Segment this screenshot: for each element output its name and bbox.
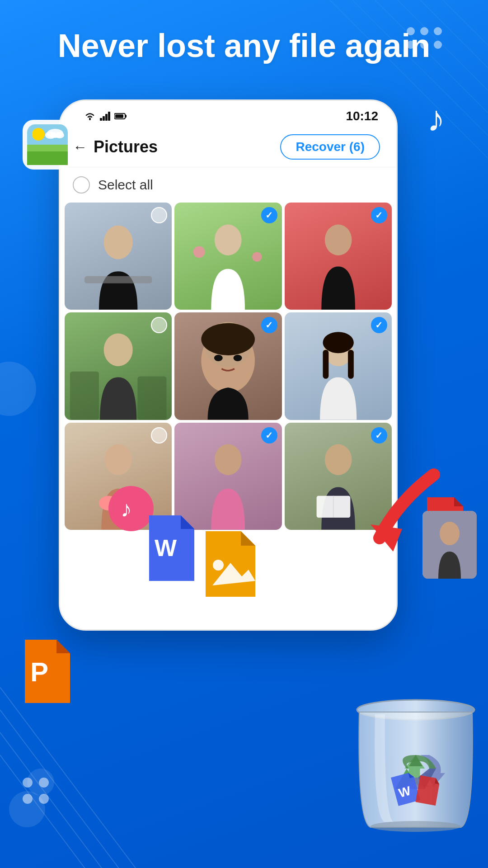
svg-point-28: [104, 225, 133, 259]
svg-rect-45: [348, 350, 354, 379]
svg-point-34: [104, 333, 133, 366]
phone-mockup: 10:12 ← Pictures Recover (6) Select all: [59, 99, 398, 631]
svg-point-33: [324, 224, 352, 255]
svg-rect-61: [422, 511, 477, 579]
wifi-icon: [84, 112, 96, 121]
photo-item-6[interactable]: ✓: [285, 312, 392, 420]
svg-line-7: [0, 710, 136, 868]
svg-rect-35: [70, 372, 99, 420]
svg-point-49: [324, 444, 352, 475]
photo-checkbox-9[interactable]: ✓: [371, 427, 387, 443]
svg-line-8: [0, 732, 136, 868]
svg-rect-23: [105, 114, 108, 121]
powerpoint-doc-icon: P: [20, 640, 75, 703]
signal-icon: [100, 112, 111, 121]
svg-rect-24: [108, 112, 110, 121]
photo-item-5[interactable]: ✓: [174, 312, 282, 420]
select-all-checkbox[interactable]: [73, 176, 90, 193]
trash-can-icon: W: [348, 687, 483, 832]
status-icons: [84, 112, 127, 121]
photo-item-2[interactable]: ✓: [174, 203, 282, 310]
svg-rect-52: [436, 518, 454, 521]
svg-text:♪: ♪: [427, 99, 445, 139]
photo-checkbox-2[interactable]: ✓: [261, 207, 277, 223]
svg-line-6: [0, 687, 136, 868]
photo-checkbox-7[interactable]: [151, 427, 167, 443]
music-note-icon: ♪: [425, 95, 465, 140]
red-file-icon: [422, 497, 468, 547]
svg-rect-36: [137, 377, 166, 420]
svg-point-46: [105, 444, 132, 475]
svg-point-43: [323, 332, 353, 353]
back-button[interactable]: ←: [73, 139, 87, 156]
svg-text:P: P: [30, 657, 48, 687]
svg-point-41: [234, 355, 242, 361]
svg-point-20: [89, 118, 91, 120]
svg-rect-26: [125, 115, 127, 118]
photo-item-8[interactable]: ✓: [174, 423, 282, 530]
bottom-space: [60, 539, 396, 629]
photo-item-7[interactable]: [65, 423, 172, 530]
svg-rect-27: [115, 114, 123, 118]
photo-thumbnail-float: [422, 511, 477, 579]
status-bar: 10:12: [60, 101, 396, 127]
svg-point-31: [193, 246, 205, 258]
svg-point-62: [440, 522, 460, 545]
photo-item-9[interactable]: ✓: [285, 423, 392, 530]
select-all-label: Select all: [98, 177, 153, 193]
svg-point-32: [252, 252, 262, 261]
svg-point-39: [202, 323, 255, 355]
svg-rect-22: [103, 116, 105, 121]
page-title: Pictures: [94, 137, 158, 156]
svg-text:W: W: [397, 783, 413, 800]
select-all-row[interactable]: Select all: [60, 167, 396, 203]
svg-point-17: [45, 132, 56, 139]
status-time: 10:12: [346, 109, 378, 123]
svg-point-63: [357, 700, 474, 720]
svg-rect-29: [84, 276, 152, 283]
svg-point-64: [371, 821, 461, 832]
bg-lines-bottom-svg: [0, 642, 158, 868]
photo-checkbox-8[interactable]: ✓: [261, 427, 277, 443]
svg-point-40: [214, 355, 223, 361]
photo-grid: ✓ ✓: [60, 203, 396, 539]
photo-item-4[interactable]: [65, 312, 172, 420]
svg-point-47: [99, 496, 118, 510]
svg-rect-21: [100, 118, 102, 121]
photo-checkbox-5[interactable]: ✓: [261, 317, 277, 333]
svg-point-48: [215, 444, 242, 475]
photo-item-3[interactable]: ✓: [285, 203, 392, 310]
header-left: ← Pictures: [73, 137, 158, 156]
photo-item-1[interactable]: [65, 203, 172, 310]
svg-point-15: [32, 128, 45, 141]
headline: Never lost any file again: [0, 27, 488, 65]
svg-point-30: [215, 224, 242, 255]
app-header: ← Pictures Recover (6): [60, 127, 396, 167]
svg-rect-44: [323, 350, 328, 379]
photo-checkbox-3[interactable]: ✓: [371, 207, 387, 223]
svg-rect-53: [436, 524, 450, 526]
battery-icon: [114, 113, 127, 120]
svg-line-9: [0, 755, 136, 868]
recover-button[interactable]: Recover (6): [280, 134, 380, 160]
